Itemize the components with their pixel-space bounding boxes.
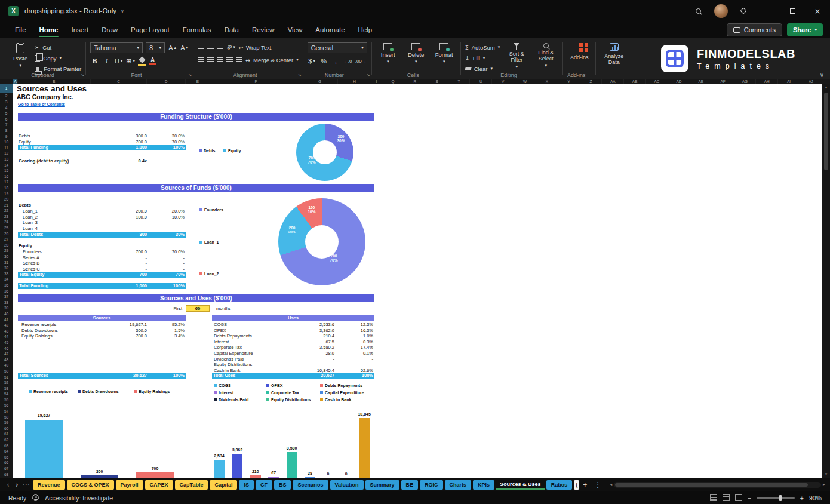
row-number[interactable]: 65 [0, 454, 13, 460]
close-button[interactable]: × [805, 0, 830, 21]
column-header[interactable]: AD [668, 79, 690, 84]
row-number[interactable]: 22 [0, 208, 13, 214]
column-header[interactable]: I [371, 79, 382, 84]
align-top-icon[interactable] [198, 45, 204, 50]
column-header[interactable]: V [492, 79, 514, 84]
row-number[interactable]: 30 [0, 254, 13, 260]
row-number[interactable]: 21 [0, 202, 13, 208]
row-number[interactable]: 68 [0, 472, 13, 478]
tab-options-icon[interactable]: ⋮ [591, 481, 605, 489]
row-number[interactable]: 43 [0, 328, 13, 334]
sheet-tab-revenue[interactable]: Revenue [33, 480, 65, 490]
column-header[interactable]: G [302, 79, 338, 84]
column-header[interactable]: AB [624, 79, 646, 84]
row-number[interactable]: 64 [0, 448, 13, 454]
column-header[interactable]: H [338, 79, 371, 84]
row-number[interactable]: 57 [0, 408, 13, 414]
scroll-down-icon[interactable]: ▾ [822, 471, 830, 478]
horizontal-scroll-thumb[interactable] [615, 483, 808, 487]
row-number[interactable]: 58 [0, 414, 13, 420]
ribbon-tab-data[interactable]: Data [218, 21, 245, 38]
row-number[interactable]: 50 [0, 368, 13, 374]
italic-button[interactable]: I [102, 56, 111, 66]
column-header[interactable]: X [536, 79, 558, 84]
column-header[interactable]: AI [778, 79, 800, 84]
alignment-dialog-launcher[interactable]: ↘ [298, 73, 302, 78]
select-all-corner[interactable] [0, 79, 13, 84]
paste-button[interactable]: Paste ▾ [10, 41, 30, 70]
row-number[interactable]: 10 [0, 139, 13, 145]
search-button[interactable] [687, 0, 709, 21]
decrease-indent-icon[interactable] [226, 57, 233, 63]
sheet-tab-capital[interactable]: Capital [210, 480, 237, 490]
align-center-icon[interactable] [207, 57, 214, 63]
months-input-cell[interactable]: 60 [186, 305, 210, 312]
column-header[interactable]: Y [558, 79, 580, 84]
wrap-text-button[interactable]: ↩Wrap Text [238, 42, 271, 52]
font-name-combobox[interactable]: Tahoma▾ [90, 42, 143, 53]
sheet-tab-charts[interactable]: Charts [445, 480, 472, 490]
row-number[interactable]: 3 [0, 99, 13, 105]
row-number[interactable]: 5 [0, 110, 13, 116]
format-painter-button[interactable]: Format Painter [35, 64, 81, 73]
row-number[interactable]: 2 [0, 93, 13, 99]
row-number[interactable]: 4 [0, 105, 13, 111]
row-number[interactable]: 42 [0, 322, 13, 328]
page-break-view-button[interactable] [735, 494, 742, 501]
horizontal-scrollbar[interactable]: ◂ ▸ [610, 482, 825, 488]
row-number[interactable]: 33 [0, 271, 13, 277]
row-number[interactable]: 7 [0, 122, 13, 128]
vertical-scroll-thumb[interactable] [824, 93, 828, 170]
ribbon-tab-home[interactable]: Home [33, 21, 65, 38]
row-number[interactable]: 52 [0, 380, 13, 386]
increase-indent-icon[interactable] [236, 57, 242, 63]
underline-button[interactable]: U▾ [114, 56, 123, 66]
sheet-tab-is[interactable]: IS [239, 480, 254, 490]
sheet-tab-cf[interactable]: CF [256, 480, 272, 490]
row-number[interactable]: 23 [0, 214, 13, 220]
row-number[interactable]: 55 [0, 397, 13, 403]
row-number[interactable]: 9 [0, 134, 13, 140]
collapse-ribbon-icon[interactable]: ∨ [820, 72, 824, 78]
row-number[interactable]: 37 [0, 294, 13, 300]
increase-decimal-button[interactable]: ←.0 [343, 56, 352, 66]
font-color-button[interactable]: A [149, 57, 156, 65]
row-number[interactable]: 38 [0, 300, 13, 306]
scroll-right-icon[interactable]: ▸ [823, 482, 825, 487]
sheet-tab-captable[interactable]: CapTable [175, 480, 208, 490]
comments-button[interactable]: Comments [727, 23, 782, 36]
row-number[interactable]: 48 [0, 357, 13, 363]
ribbon-tab-formulas[interactable]: Formulas [176, 21, 218, 38]
row-number[interactable]: 40 [0, 311, 13, 317]
row-number[interactable]: 20 [0, 196, 13, 202]
vertical-scrollbar[interactable]: ▴ ▾ [822, 84, 830, 478]
row-number[interactable]: 19 [0, 191, 13, 197]
row-number[interactable]: 34 [0, 276, 13, 282]
next-sheet-icon[interactable]: › [13, 478, 21, 491]
column-header[interactable]: Z [580, 79, 602, 84]
ribbon-tab-automate[interactable]: Automate [309, 21, 351, 38]
zoom-level[interactable]: 90% [809, 494, 822, 502]
format-cells-button[interactable]: Format▾ [432, 41, 456, 64]
normal-view-button[interactable] [710, 494, 717, 501]
column-header[interactable]: AE [690, 79, 712, 84]
row-number[interactable]: 8 [0, 128, 13, 134]
sheet-content[interactable]: Sources and Uses ABC Company Inc. Go to … [13, 84, 822, 478]
row-number[interactable]: 24 [0, 219, 13, 225]
sheet-tab-scenarios[interactable]: Scenarios [293, 480, 328, 490]
row-number[interactable]: 60 [0, 426, 13, 432]
merge-center-button[interactable]: ↔Merge & Center▾ [245, 55, 299, 64]
column-header[interactable]: C [91, 79, 147, 84]
row-number[interactable]: 61 [0, 431, 13, 437]
ribbon-tab-draw[interactable]: Draw [95, 21, 124, 38]
row-number[interactable]: 18 [0, 185, 13, 191]
copy-button[interactable]: Copy▾ [35, 54, 81, 62]
row-number[interactable]: 56 [0, 402, 13, 408]
column-header[interactable]: AH [756, 79, 778, 84]
sheet-tab-be[interactable]: BE [401, 480, 419, 490]
insert-cells-button[interactable]: Insert▾ [376, 41, 400, 64]
align-middle-icon[interactable] [207, 45, 214, 50]
font-size-combobox[interactable]: 8▾ [146, 42, 165, 53]
autosum-button[interactable]: ΣAutoSum▾ [465, 43, 500, 51]
row-number[interactable]: 6 [0, 116, 13, 122]
